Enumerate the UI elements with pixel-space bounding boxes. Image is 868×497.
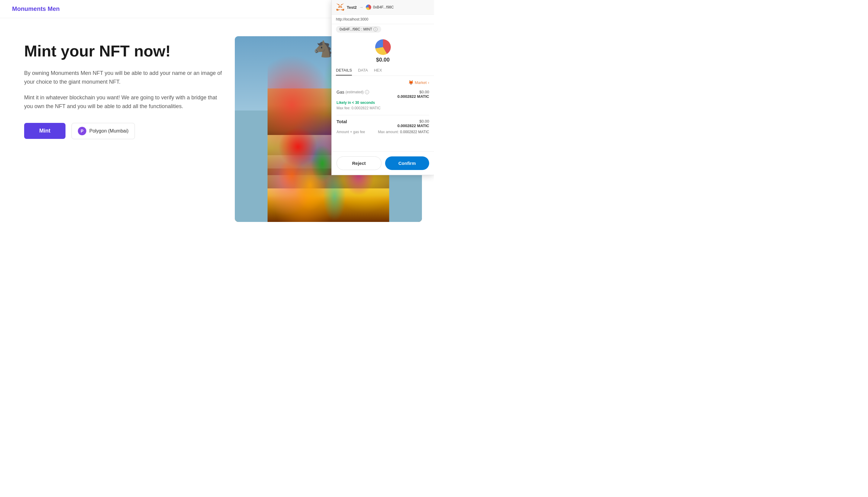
- popup-header: Test2 → 0xB4F...f98C: [332, 0, 434, 15]
- avatar-pie: [375, 39, 391, 55]
- fox-icon: 🦊: [408, 80, 414, 85]
- address-avatar: [366, 4, 371, 10]
- gas-label-section: Gas (estimated) i: [336, 90, 369, 95]
- gas-label: Gas: [336, 90, 344, 95]
- network-label: Polygon (Mumbai): [89, 128, 129, 134]
- market-label: Market: [415, 80, 427, 85]
- market-row: 🦊 Market ›: [336, 80, 429, 85]
- gas-row: Gas (estimated) i $0.00 0.0002822 MATIC: [336, 90, 429, 99]
- gas-speed: Likely in < 30 seconds: [336, 101, 429, 105]
- tab-details[interactable]: DETAILS: [336, 66, 352, 75]
- metamask-popup: Test2 → 0xB4F...f98C http://localhost:30…: [331, 0, 434, 175]
- total-matic: 0.0002822 MATIC: [397, 124, 429, 128]
- left-section: Mint your NFT now! By owning Monuments M…: [24, 36, 223, 139]
- tab-hex[interactable]: HEX: [374, 66, 382, 75]
- max-fee-label: Max fee:: [336, 106, 350, 110]
- popup-contract-section: 0xB4F...f98C : MINT i: [332, 24, 434, 34]
- amount-gas-row: Amount + gas fee Max amount: 0.0002822 M…: [336, 130, 429, 134]
- statue-icon: 🐴: [313, 40, 333, 58]
- gas-matic: 0.0002822 MATIC: [397, 94, 429, 99]
- description-1: By owning Monuments Men NFT you will be …: [24, 69, 223, 86]
- max-fee-value: 0.0002822 MATIC: [351, 106, 380, 110]
- description-2: Mint it in whatever blockchain you want!…: [24, 93, 223, 111]
- popup-body: 🦊 Market › Gas (estimated) i $0.00 0.000…: [332, 76, 434, 151]
- popup-tabs: DETAILS DATA HEX: [332, 66, 434, 76]
- metamask-logo: [336, 3, 344, 12]
- network-selector[interactable]: P Polygon (Mumbai): [72, 123, 135, 139]
- site-logo: Monuments Men: [12, 5, 60, 12]
- popup-footer: Reject Confirm: [332, 151, 434, 175]
- tab-data[interactable]: DATA: [358, 66, 368, 75]
- avatar-section: $0.00: [332, 34, 434, 66]
- action-buttons: Mint P Polygon (Mumbai): [24, 123, 223, 139]
- total-row: Total $0.00 0.0002822 MATIC: [336, 119, 429, 128]
- contract-badge[interactable]: 0xB4F...f98C : MINT i: [336, 26, 381, 33]
- gas-estimated-label: (estimated): [346, 90, 364, 94]
- total-usd: $0.00: [397, 119, 429, 124]
- gas-maxfee: Max fee: 0.0002822 MATIC: [336, 106, 429, 110]
- divider: [336, 115, 429, 115]
- amount-gas-label: Amount + gas fee: [336, 130, 365, 134]
- gas-usd: $0.00: [397, 90, 429, 94]
- popup-url: http://localhost:3000: [332, 15, 434, 24]
- market-arrow-icon: ›: [428, 80, 429, 85]
- max-value: 0.0002822 MATIC: [400, 130, 430, 134]
- account-avatar: [375, 39, 391, 55]
- page-title: Mint your NFT now!: [24, 42, 223, 60]
- account-balance: $0.00: [376, 57, 390, 63]
- address-text: 0xB4F...f98C: [373, 5, 394, 9]
- account-name: Test2: [347, 5, 357, 10]
- max-amount-section: Max amount: 0.0002822 MATIC: [378, 130, 429, 134]
- polygon-icon: P: [78, 127, 86, 135]
- reject-button[interactable]: Reject: [336, 156, 381, 170]
- total-label: Total: [336, 119, 347, 124]
- contract-label: 0xB4F...f98C : MINT: [339, 27, 372, 31]
- gas-amount: $0.00 0.0002822 MATIC: [397, 90, 429, 99]
- arrow-right-icon: →: [359, 5, 363, 10]
- info-icon[interactable]: i: [373, 27, 378, 31]
- total-amount: $0.00 0.0002822 MATIC: [397, 119, 429, 128]
- address-section: 0xB4F...f98C: [366, 4, 394, 10]
- gas-info-icon[interactable]: i: [365, 90, 369, 94]
- max-label: Max amount:: [378, 130, 399, 134]
- confirm-button[interactable]: Confirm: [385, 156, 430, 170]
- mint-button[interactable]: Mint: [24, 123, 66, 139]
- market-link[interactable]: 🦊 Market ›: [408, 80, 429, 85]
